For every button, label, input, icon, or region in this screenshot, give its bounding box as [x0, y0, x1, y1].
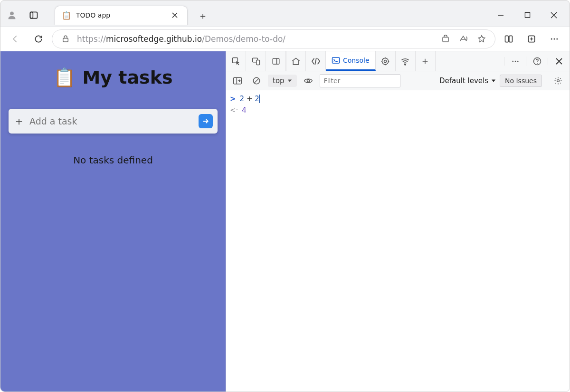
tab-actions-icon[interactable] — [26, 8, 41, 23]
devtools-more-icon[interactable] — [504, 57, 526, 66]
svg-point-17 — [382, 58, 388, 64]
svg-point-18 — [384, 60, 387, 62]
welcome-tab-icon[interactable] — [286, 51, 306, 71]
svg-rect-2 — [30, 12, 33, 18]
console-tab[interactable]: Console — [326, 51, 376, 71]
context-label: top — [273, 76, 285, 85]
page-viewport: 📋 My tasks ＋ No tasks defined — [0, 51, 226, 392]
tab-favicon-icon: 📋 — [62, 11, 71, 20]
log-levels-label: Default levels — [439, 76, 488, 85]
browser-tab[interactable]: 📋 TODO app — [55, 6, 188, 25]
more-tabs-icon[interactable] — [416, 51, 436, 71]
window-controls — [489, 6, 566, 25]
svg-point-19 — [405, 64, 406, 65]
titlebar-left — [4, 8, 41, 23]
url-text: https://microsoftedge.github.io/Demos/de… — [77, 34, 434, 44]
toggle-sidebar-icon[interactable] — [230, 74, 245, 87]
live-expression-icon[interactable] — [301, 74, 316, 87]
more-icon[interactable] — [545, 29, 564, 48]
page-heading: My tasks — [82, 67, 172, 88]
svg-point-27 — [307, 79, 309, 82]
refresh-button[interactable] — [29, 29, 48, 48]
sources-tab-icon[interactable] — [376, 51, 396, 71]
svg-point-21 — [514, 60, 516, 62]
address-bar[interactable]: https://microsoftedge.github.io/Demos/de… — [52, 29, 495, 48]
console-output-text: 4 — [242, 105, 247, 116]
titlebar: 📋 TODO app ＋ — [0, 0, 570, 27]
new-tab-button[interactable]: ＋ — [194, 8, 211, 25]
svg-rect-7 — [509, 36, 513, 42]
console-output[interactable]: > 2 + 2 <· 4 — [226, 90, 570, 392]
console-prompt-icon: > — [230, 93, 236, 105]
dock-side-icon[interactable] — [266, 51, 286, 71]
svg-point-0 — [10, 11, 14, 15]
console-tab-label: Console — [343, 57, 370, 64]
clear-console-icon[interactable] — [249, 74, 264, 87]
svg-point-22 — [517, 60, 518, 62]
collections-icon[interactable] — [522, 29, 541, 48]
svg-rect-15 — [273, 58, 279, 64]
svg-rect-3 — [525, 12, 530, 17]
devtools-panel: Console — [226, 51, 570, 392]
svg-point-9 — [551, 38, 552, 40]
svg-point-10 — [554, 38, 555, 40]
issues-chip[interactable]: No Issues — [500, 75, 542, 87]
add-task-row: ＋ — [9, 109, 218, 134]
clipboard-icon: 📋 — [53, 67, 76, 88]
log-levels-selector[interactable]: Default levels — [439, 76, 496, 85]
devtools-tabbar: Console — [226, 51, 570, 71]
add-task-submit-button[interactable] — [199, 114, 213, 128]
device-emulation-icon[interactable] — [246, 51, 266, 71]
split-screen-icon[interactable] — [499, 29, 518, 48]
back-button[interactable] — [6, 29, 25, 48]
shopping-icon[interactable] — [439, 32, 452, 46]
tab-strip: 📋 TODO app ＋ — [55, 6, 211, 25]
svg-rect-1 — [30, 12, 38, 18]
site-info-icon[interactable] — [59, 32, 72, 46]
console-input-text[interactable]: 2 + 2 — [240, 93, 260, 105]
svg-rect-16 — [332, 57, 340, 63]
minimize-button[interactable] — [489, 6, 513, 25]
console-output-row: <· 4 — [230, 105, 566, 116]
toolbar: https://microsoftedge.github.io/Demos/de… — [0, 27, 570, 51]
svg-point-28 — [557, 79, 560, 82]
close-window-button[interactable] — [542, 6, 566, 25]
elements-tab-icon[interactable] — [306, 51, 326, 71]
read-aloud-icon[interactable] — [457, 32, 470, 46]
devtools-close-button[interactable] — [548, 58, 570, 65]
svg-rect-5 — [443, 37, 448, 42]
tab-close-button[interactable] — [169, 10, 180, 21]
issues-chip-label: No Issues — [505, 77, 537, 85]
add-task-input[interactable] — [29, 116, 194, 126]
console-settings-icon[interactable] — [551, 74, 566, 87]
profile-icon[interactable] — [4, 8, 19, 23]
inspect-element-icon[interactable] — [226, 51, 246, 71]
todo-app: 📋 My tasks ＋ No tasks defined — [4, 55, 222, 392]
svg-point-24 — [537, 63, 538, 64]
maximize-button[interactable] — [515, 6, 539, 25]
devtools-help-icon[interactable] — [526, 57, 548, 66]
svg-rect-6 — [505, 36, 509, 42]
empty-state-text: No tasks defined — [73, 154, 153, 166]
console-filter-input[interactable] — [320, 74, 400, 87]
console-toolbar: top Default levels No Issues — [226, 71, 570, 90]
svg-rect-14 — [256, 60, 259, 65]
svg-rect-4 — [63, 38, 68, 42]
page-title: 📋 My tasks — [53, 67, 172, 88]
tab-title: TODO app — [76, 11, 164, 19]
console-input-row: > 2 + 2 — [230, 93, 566, 105]
favorite-icon[interactable] — [475, 32, 488, 46]
svg-point-11 — [556, 38, 558, 40]
execution-context-selector[interactable]: top — [268, 75, 297, 87]
network-tab-icon[interactable] — [396, 51, 416, 71]
browser-window: 📋 TODO app ＋ — [0, 0, 570, 392]
content-area: 📋 My tasks ＋ No tasks defined — [0, 51, 570, 392]
svg-point-20 — [512, 60, 513, 62]
console-output-icon: <· — [230, 105, 238, 116]
plus-icon: ＋ — [13, 114, 25, 129]
